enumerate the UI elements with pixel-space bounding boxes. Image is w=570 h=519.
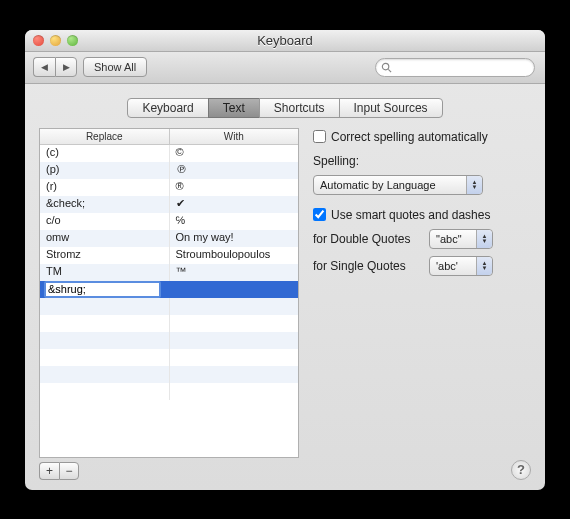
search-icon [381,62,392,73]
tab-text[interactable]: Text [208,98,260,118]
nav-segment: ◀ ▶ [33,57,77,77]
cell-with[interactable] [170,315,299,332]
left-column: Replace With (c)©(p)℗(r)®&check;✔c/o℅omw… [39,128,299,480]
replace-editor[interactable] [44,281,161,298]
cell-with[interactable]: ™ [170,264,299,281]
replacements-table: Replace With (c)©(p)℗(r)®&check;✔c/o℅omw… [39,128,299,458]
remove-button[interactable]: − [59,462,79,480]
cell-with[interactable]: ℅ [170,213,299,230]
back-button[interactable]: ◀ [33,57,55,77]
cell-replace[interactable] [40,315,170,332]
tab-bar: KeyboardTextShortcutsInput Sources [39,98,531,118]
cell-replace[interactable] [40,281,170,298]
table-body: (c)©(p)℗(r)®&check;✔c/o℅omwOn my way!Str… [40,145,298,401]
right-column: Correct spelling automatically Spelling:… [313,128,531,480]
table-row[interactable]: (c)© [40,145,298,162]
cell-replace[interactable] [40,298,170,315]
table-row[interactable] [40,366,298,383]
cell-replace[interactable]: (r) [40,179,170,196]
cell-with[interactable] [170,366,299,383]
table-row[interactable] [40,281,298,298]
single-quotes-label: for Single Quotes [313,259,423,273]
cell-replace[interactable] [40,366,170,383]
add-remove-controls: + − [39,462,299,480]
col-replace[interactable]: Replace [40,129,170,145]
double-quotes-label: for Double Quotes [313,232,423,246]
content: KeyboardTextShortcutsInput Sources Repla… [25,84,545,490]
add-button[interactable]: + [39,462,59,480]
table-row[interactable] [40,383,298,400]
cell-with[interactable] [170,349,299,366]
window-title: Keyboard [257,33,313,48]
table-row[interactable] [40,298,298,315]
cell-with[interactable] [170,298,299,315]
table-row[interactable]: StromzStroumboulopoulos [40,247,298,264]
svg-line-1 [388,69,391,72]
cell-replace[interactable]: &check; [40,196,170,213]
single-quotes-value: 'abc' [436,260,458,272]
cell-with[interactable]: On my way! [170,230,299,247]
double-quotes-value: "abc" [436,233,462,245]
table-row[interactable] [40,332,298,349]
correct-spelling-checkbox[interactable]: Correct spelling automatically [313,130,531,144]
zoom-button[interactable] [67,35,78,46]
table-row[interactable]: (r)® [40,179,298,196]
table-row[interactable] [40,315,298,332]
tab-shortcuts[interactable]: Shortcuts [259,98,340,118]
minimize-button[interactable] [50,35,61,46]
cell-with[interactable]: ® [170,179,299,196]
titlebar: Keyboard [25,30,545,52]
table-row[interactable]: (p)℗ [40,162,298,179]
cell-with[interactable]: ✔ [170,196,299,213]
cell-with[interactable] [170,383,299,400]
smart-quotes-label: Use smart quotes and dashes [331,208,490,222]
cell-replace[interactable] [40,383,170,400]
window-controls [33,35,78,46]
preferences-window: Keyboard ◀ ▶ Show All KeyboardTextShortc… [25,30,545,490]
cell-replace[interactable] [40,332,170,349]
spelling-label: Spelling: [313,154,531,168]
table-row[interactable]: TM™ [40,264,298,281]
cell-replace[interactable]: omw [40,230,170,247]
single-quotes-row: for Single Quotes 'abc' ▲▼ [313,256,531,276]
dropdown-arrows-icon: ▲▼ [466,176,482,194]
cell-replace[interactable]: c/o [40,213,170,230]
dropdown-arrows-icon: ▲▼ [476,257,492,275]
svg-point-0 [382,63,388,69]
cell-replace[interactable] [40,349,170,366]
search-input[interactable] [375,58,535,77]
tab-input-sources[interactable]: Input Sources [339,98,443,118]
spelling-value: Automatic by Language [320,179,436,191]
close-button[interactable] [33,35,44,46]
cell-with[interactable]: © [170,145,299,162]
cell-with[interactable]: ℗ [170,162,299,179]
toolbar: ◀ ▶ Show All [25,52,545,84]
dropdown-arrows-icon: ▲▼ [476,230,492,248]
single-quotes-dropdown[interactable]: 'abc' ▲▼ [429,256,493,276]
cell-replace[interactable]: (p) [40,162,170,179]
cell-replace[interactable]: (c) [40,145,170,162]
table-row[interactable]: c/o℅ [40,213,298,230]
cell-with[interactable]: Stroumboulopoulos [170,247,299,264]
cell-with[interactable] [170,332,299,349]
spelling-dropdown[interactable]: Automatic by Language ▲▼ [313,175,483,195]
correct-spelling-label: Correct spelling automatically [331,130,488,144]
double-quotes-row: for Double Quotes "abc" ▲▼ [313,229,531,249]
smart-quotes-checkbox[interactable]: Use smart quotes and dashes [313,208,531,222]
text-panel: Replace With (c)©(p)℗(r)®&check;✔c/o℅omw… [39,128,531,480]
double-quotes-dropdown[interactable]: "abc" ▲▼ [429,229,493,249]
col-with[interactable]: With [170,129,299,145]
help-button[interactable]: ? [511,460,531,480]
cell-with[interactable] [170,281,299,298]
table-row[interactable]: &check;✔ [40,196,298,213]
correct-spelling-input[interactable] [313,130,326,143]
table-header: Replace With [40,129,298,145]
smart-quotes-input[interactable] [313,208,326,221]
cell-replace[interactable]: Stromz [40,247,170,264]
tab-keyboard[interactable]: Keyboard [127,98,208,118]
forward-button[interactable]: ▶ [55,57,77,77]
table-row[interactable] [40,349,298,366]
cell-replace[interactable]: TM [40,264,170,281]
table-row[interactable]: omwOn my way! [40,230,298,247]
show-all-button[interactable]: Show All [83,57,147,77]
